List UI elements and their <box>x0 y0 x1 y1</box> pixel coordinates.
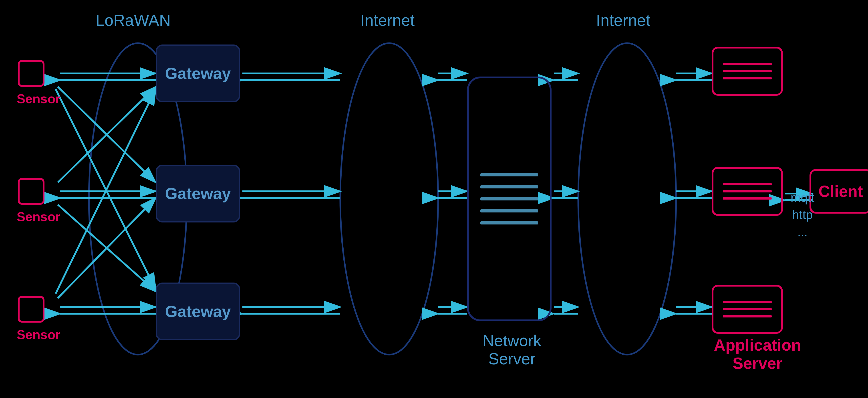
as3-line-1 <box>723 301 772 303</box>
arrow-s2-gw1 <box>58 87 156 182</box>
gateway-1-box: Gateway <box>156 44 240 102</box>
sensor-1-box <box>18 60 44 87</box>
internet-oval-1 <box>340 43 438 355</box>
client-label: Client <box>818 182 863 201</box>
server-line-2 <box>480 185 538 188</box>
sensor-3-label: Sensor <box>17 327 61 342</box>
gateway-3-box: Gateway <box>156 282 240 340</box>
sensor-3-box <box>18 296 44 323</box>
internet-label-2: Internet <box>596 11 650 29</box>
application-server-label: ApplicationServer <box>714 336 801 372</box>
as2-line-2 <box>723 190 772 192</box>
sensor-2-box <box>18 178 44 205</box>
arrow-s1-gw3 <box>56 89 156 289</box>
as3-line-2 <box>723 308 772 310</box>
arrow-s3-gw1 <box>56 89 156 294</box>
app-server-2-box <box>712 167 783 216</box>
server-line-5 <box>480 221 538 224</box>
arrow-s1-gw2 <box>58 87 156 182</box>
as1-line-2 <box>723 70 772 72</box>
arrow-s3-gw2 <box>58 198 156 298</box>
network-server-box <box>467 76 552 321</box>
lorawan-label: LoRaWAN <box>96 11 170 29</box>
as1-line-1 <box>723 63 772 65</box>
server-line-4 <box>480 209 538 212</box>
internet-label-1: Internet <box>360 11 414 29</box>
network-server-label: NetworkServer <box>483 332 541 368</box>
gateway-2-box: Gateway <box>156 165 240 222</box>
diagram-container: Sensor Sensor Sensor Gateway Gateway Gat… <box>0 0 868 398</box>
as1-line-3 <box>723 77 772 80</box>
as2-line-1 <box>723 183 772 185</box>
arrow-s2-gw3 <box>58 205 156 292</box>
as3-line-3 <box>723 315 772 317</box>
gateway-1-label: Gateway <box>165 64 231 83</box>
gateway-2-label: Gateway <box>165 184 231 203</box>
server-line-3 <box>480 197 538 201</box>
internet-oval-2 <box>578 43 676 355</box>
client-box: Client <box>809 169 868 214</box>
as2-line-3 <box>723 197 772 200</box>
app-server-1-box <box>712 47 783 96</box>
protocols-label: mqtthttp... <box>790 189 814 241</box>
app-server-3-box <box>712 285 783 334</box>
gateway-3-label: Gateway <box>165 302 231 320</box>
sensor-1-label: Sensor <box>17 91 61 106</box>
server-line-1 <box>480 173 538 176</box>
sensor-2-label: Sensor <box>17 209 61 224</box>
